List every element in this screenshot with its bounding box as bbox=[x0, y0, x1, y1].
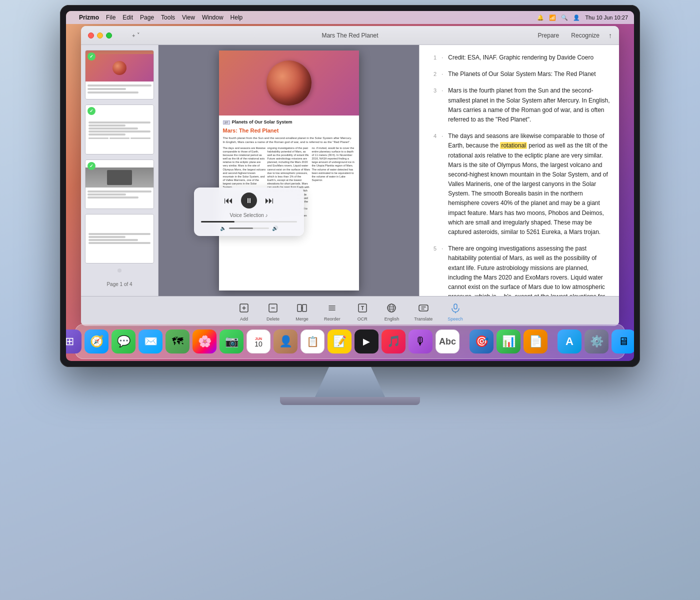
dock-music[interactable]: 🎵 bbox=[382, 330, 406, 354]
bottom-toolbar: Add Delete bbox=[81, 296, 619, 326]
minimize-button[interactable] bbox=[97, 32, 103, 38]
dock-launchpad[interactable]: ⊞ bbox=[66, 330, 82, 354]
page-thumb-2[interactable]: 2 bbox=[85, 104, 154, 154]
thumb-img-3 bbox=[86, 160, 154, 209]
dock-reminders[interactable]: 📋 bbox=[300, 330, 324, 354]
dock-facetime[interactable]: 📷 bbox=[220, 330, 244, 354]
text-line-4: 4 · The days and seasons are likewise co… bbox=[428, 132, 610, 237]
nav-back-btn[interactable]: + bbox=[132, 32, 135, 38]
text-line-1: 1 · Credit: ESA, INAF. Graphic rendering… bbox=[428, 53, 610, 62]
page-check-3 bbox=[88, 162, 96, 170]
page-thumb-1[interactable]: 1 bbox=[85, 50, 154, 100]
toolbar-add[interactable]: Add bbox=[237, 301, 251, 322]
dock-mail[interactable]: ✉️ bbox=[138, 330, 162, 354]
highlighted-word: rotational bbox=[500, 142, 526, 149]
speech-icon bbox=[448, 301, 462, 315]
audio-forward-button[interactable]: ⏭ bbox=[265, 196, 274, 206]
delete-icon bbox=[266, 301, 280, 315]
search-icon[interactable]: 🔍 bbox=[561, 14, 568, 21]
dock-screentime[interactable]: 🖥 bbox=[612, 330, 634, 354]
dock-maps[interactable]: 🗺 bbox=[166, 330, 190, 354]
toolbar-merge[interactable]: Merge bbox=[295, 301, 309, 322]
volume-min-icon: 🔈 bbox=[220, 226, 226, 231]
datetime: Thu 10 Jun 10:27 bbox=[585, 14, 628, 20]
dock-calendar[interactable]: JUN 10 bbox=[246, 330, 270, 354]
toolbar-ocr[interactable]: T OCR bbox=[356, 301, 370, 322]
wifi-icon: 📶 bbox=[549, 14, 556, 21]
add-label: Add bbox=[240, 316, 248, 322]
recognize-button[interactable]: Recognize bbox=[568, 31, 602, 40]
doc-title-sub: Mars: The Red Planet bbox=[223, 127, 355, 134]
doc-page: 2/7 Planets of Our Solar System Mars: Th… bbox=[219, 50, 359, 290]
audio-player: ⏮ ⏸ ⏭ Voice Selection ♪ � bbox=[194, 188, 304, 236]
page-thumb-3[interactable]: 3 bbox=[85, 160, 154, 209]
english-label: English bbox=[384, 316, 400, 322]
line-content-3: Mars is the fourth planet from the Sun a… bbox=[448, 86, 610, 124]
menu-bar: Prizmo File Edit Page Tools View Window … bbox=[66, 11, 634, 24]
thumb-img-1 bbox=[86, 50, 154, 100]
thumb-img-2 bbox=[86, 105, 154, 154]
text-line-5: 5 · There are ongoing investigations ass… bbox=[428, 244, 610, 296]
doc-body-text: The fourth planet from the Sun and the s… bbox=[223, 136, 355, 144]
dock-keynote[interactable]: 🎯 bbox=[470, 330, 494, 354]
doc-page-header bbox=[219, 50, 359, 116]
dock-pages[interactable]: 📄 bbox=[524, 330, 548, 354]
share-button[interactable]: ↑ bbox=[608, 32, 612, 40]
dock-syspreferences[interactable]: ⚙️ bbox=[584, 330, 608, 354]
delete-label: Delete bbox=[266, 316, 280, 322]
window-title: Mars The Red Planet bbox=[322, 32, 378, 39]
audio-controls: ⏮ ⏸ ⏭ bbox=[201, 192, 297, 208]
prepare-button[interactable]: Prepare bbox=[535, 31, 562, 40]
dock-prizmo[interactable]: Abc bbox=[436, 330, 460, 354]
traffic-lights bbox=[88, 32, 112, 38]
menu-window[interactable]: Window bbox=[202, 14, 224, 21]
nav-dropdown-btn[interactable]: ˅ bbox=[137, 32, 140, 38]
toolbar-delete[interactable]: Delete bbox=[266, 301, 280, 322]
audio-pause-button[interactable]: ⏸ bbox=[241, 192, 257, 208]
ocr-icon: T bbox=[356, 301, 370, 315]
app-name-menu: Prizmo bbox=[79, 14, 99, 21]
dock-notes[interactable]: 📝 bbox=[328, 330, 352, 354]
audio-voice-label: Voice Selection ♪ bbox=[201, 212, 297, 218]
dock-photos[interactable]: 🌸 bbox=[192, 330, 216, 354]
dock-numbers[interactable]: 📊 bbox=[496, 330, 520, 354]
line-content-4: The days and seasons are likewise compar… bbox=[448, 132, 610, 237]
dock: 🔵 ⊞ 🧭 💬 ✉️ 🗺 🌸 bbox=[75, 324, 625, 359]
reorder-label: Reorder bbox=[324, 316, 340, 322]
dock-safari[interactable]: 🧭 bbox=[84, 330, 108, 354]
line-num-4: 4 bbox=[428, 132, 436, 237]
dock-appstore[interactable]: A bbox=[558, 330, 582, 354]
toolbar-speech[interactable]: Speech bbox=[448, 301, 463, 322]
menu-edit[interactable]: Edit bbox=[122, 14, 133, 21]
english-icon bbox=[384, 301, 398, 315]
page-thumb-4[interactable]: 4 bbox=[85, 214, 154, 264]
nav-controls: + ˅ bbox=[132, 32, 140, 38]
dock-contacts[interactable]: 👤 bbox=[274, 330, 298, 354]
volume-max-icon: 🔊 bbox=[272, 226, 278, 231]
merge-icon bbox=[295, 301, 309, 315]
menu-file[interactable]: File bbox=[106, 14, 116, 21]
stand-neck bbox=[315, 367, 385, 397]
dock-appletv[interactable]: ▶ bbox=[354, 330, 378, 354]
screen: Prizmo File Edit Page Tools View Window … bbox=[66, 11, 634, 361]
mars-planet-image bbox=[266, 60, 312, 106]
audio-rewind-button[interactable]: ⏮ bbox=[224, 196, 233, 206]
audio-progress-bar[interactable] bbox=[201, 221, 297, 222]
line-num-1: 1 bbox=[428, 53, 436, 62]
page-count-label: Page 1 of 4 bbox=[85, 280, 154, 291]
volume-bar[interactable] bbox=[229, 228, 269, 229]
translate-label: Translate bbox=[414, 316, 432, 322]
dock-podcasts[interactable]: 🎙 bbox=[408, 330, 432, 354]
line-content-2: The Planets of Our Solar System Mars: Th… bbox=[448, 70, 610, 79]
toolbar-english[interactable]: English bbox=[384, 301, 400, 322]
toolbar-translate[interactable]: Translate bbox=[414, 301, 432, 322]
close-button[interactable] bbox=[88, 32, 94, 38]
dock-messages[interactable]: 💬 bbox=[112, 330, 136, 354]
menu-view[interactable]: View bbox=[182, 14, 195, 21]
menu-page[interactable]: Page bbox=[140, 14, 154, 21]
menu-help[interactable]: Help bbox=[230, 14, 243, 21]
menu-tools[interactable]: Tools bbox=[161, 14, 175, 21]
maximize-button[interactable] bbox=[106, 32, 112, 38]
monitor-stand bbox=[280, 367, 420, 405]
toolbar-reorder[interactable]: Reorder bbox=[324, 301, 340, 322]
